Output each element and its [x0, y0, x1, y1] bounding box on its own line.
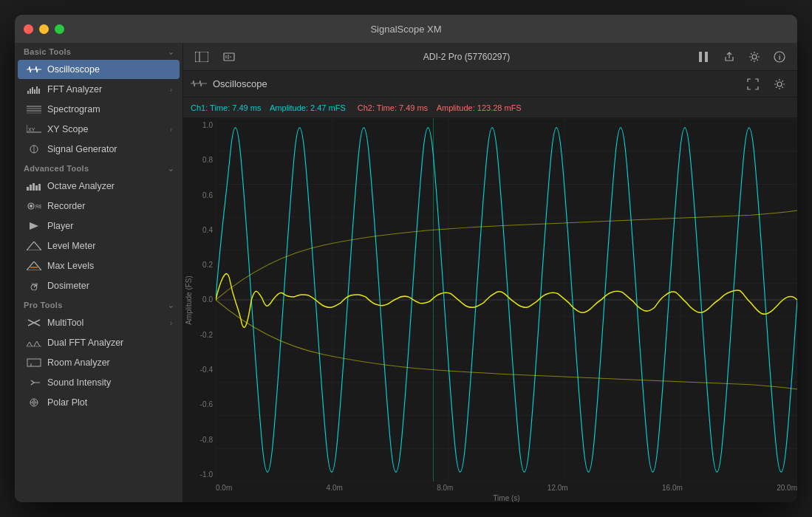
xy-scope-icon: XY — [27, 123, 41, 135]
y-tick-8: -0.4 — [200, 366, 213, 374]
close-button[interactable] — [24, 24, 33, 34]
polar-plot-icon — [27, 397, 41, 408]
device-name: ADI-2 Pro (57760297) — [245, 52, 688, 62]
pro-tools-header[interactable]: Pro Tools ⌄ — [15, 296, 182, 312]
svg-rect-2 — [32, 87, 33, 94]
sidebar-item-multitool[interactable]: MultiTool › — [18, 313, 180, 332]
oscilloscope-icon — [27, 64, 41, 75]
multitool-chevron-icon: › — [170, 319, 172, 327]
svg-rect-3 — [34, 89, 35, 94]
signal-generator-label: Signal Generator — [47, 144, 117, 154]
svg-rect-17 — [33, 183, 35, 191]
main-content: Basic Tools ⌄ Oscilloscope FFT Analyzer … — [15, 43, 797, 502]
sidebar-item-max-levels[interactable]: Max Levels — [18, 256, 180, 275]
y-tick-5: 0.2 — [202, 261, 213, 269]
chart-area[interactable]: Amplitude (FS) 1.0 0.8 0.6 0.4 0.2 0.0 -… — [183, 118, 797, 502]
sidebar: Basic Tools ⌄ Oscilloscope FFT Analyzer … — [15, 43, 183, 502]
scope-header-right — [743, 75, 790, 93]
fft-analyzer-label: FFT Analyzer — [47, 84, 102, 95]
ch2-label: Ch2: — [358, 103, 375, 112]
y-tick-10: -0.8 — [200, 436, 213, 444]
x-axis-label: Time (s) — [216, 494, 797, 502]
svg-rect-18 — [35, 185, 38, 191]
advanced-tools-header[interactable]: Advanced Tools ⌄ — [15, 160, 182, 176]
sidebar-item-polar-plot[interactable]: Polar Plot — [18, 393, 180, 412]
multitool-label: MultiTool — [47, 318, 83, 328]
scope-expand-button[interactable] — [743, 75, 763, 93]
ch1-label: Ch1: — [191, 103, 208, 112]
svg-rect-40 — [195, 52, 208, 62]
y-tick-3: 0.6 — [202, 191, 213, 199]
sidebar-item-dual-fft[interactable]: Dual FFT Analyzer — [18, 333, 180, 352]
y-axis-label-container: Amplitude (FS) — [183, 118, 194, 482]
x-tick-5: 20.0m — [777, 484, 797, 492]
sidebar-item-player[interactable]: Player — [18, 216, 180, 236]
plot-area — [216, 118, 797, 482]
measurements-bar: Ch1: Time: 7.49 ms Amplitude: 2.47 mFS C… — [183, 97, 797, 118]
share-button[interactable] — [719, 48, 740, 66]
y-tick-6: 0.0 — [202, 295, 213, 304]
sidebar-item-sound-intensity[interactable]: Sound Intensity — [18, 373, 180, 392]
sidebar-item-signal-generator[interactable]: Signal Generator — [18, 140, 180, 159]
fft-chevron-icon: › — [170, 86, 172, 94]
svg-rect-0 — [27, 91, 29, 94]
app-window: SignalScope XM Basic Tools ⌄ Oscilloscop… — [15, 15, 797, 502]
maximize-button[interactable] — [55, 24, 64, 34]
polar-plot-label: Polar Plot — [47, 397, 87, 408]
svg-marker-23 — [30, 222, 38, 230]
x-tick-1: 4.0m — [327, 484, 343, 492]
waveform-svg — [216, 118, 797, 482]
basic-tools-header[interactable]: Basic Tools ⌄ — [15, 43, 182, 59]
svg-text:i: i — [779, 54, 781, 61]
device-icon-button[interactable] — [219, 48, 239, 66]
sidebar-item-fft-analyzer[interactable]: FFT Analyzer › — [18, 80, 180, 99]
minimize-button[interactable] — [39, 24, 49, 34]
traffic-lights — [24, 24, 64, 34]
svg-rect-19 — [38, 184, 41, 191]
svg-rect-42 — [224, 53, 234, 61]
recorder-icon: REC — [27, 200, 41, 212]
titlebar-title: SignalScope XM — [370, 24, 441, 35]
x-tick-3: 12.0m — [547, 484, 568, 492]
sidebar-item-room-analyzer[interactable]: Room Analyzer — [18, 353, 180, 372]
sidebar-item-recorder[interactable]: REC Recorder — [18, 196, 180, 216]
info-button[interactable]: i — [769, 48, 790, 66]
y-axis: 1.0 0.8 0.6 0.4 0.2 0.0 -0.2 -0.4 -0.6 -… — [194, 118, 216, 482]
x-tick-0: 0.0m — [216, 484, 232, 492]
dosimeter-label: Dosimeter — [47, 281, 89, 291]
settings-button[interactable] — [744, 48, 765, 66]
basic-tools-label: Basic Tools — [24, 47, 71, 56]
recorder-label: Recorder — [47, 201, 85, 211]
toolbar: ADI-2 Pro (57760297) i — [183, 43, 797, 71]
sidebar-item-oscilloscope[interactable]: Oscilloscope — [18, 60, 180, 79]
y-tick-11: -1.0 — [200, 470, 213, 479]
titlebar: SignalScope XM — [15, 15, 797, 43]
spectrogram-label: Spectrogram — [47, 104, 100, 114]
scope-settings-button[interactable] — [769, 75, 790, 93]
sidebar-item-dosimeter[interactable]: %D Dosimeter — [18, 276, 180, 295]
x-axis: 0.0m 4.0m 8.0m 12.0m 16.0m 20.0m Time (s… — [216, 482, 797, 502]
oscilloscope-label: Oscilloscope — [47, 64, 100, 75]
octave-analyzer-label: Octave Analyzer — [47, 181, 115, 191]
fft-icon — [27, 83, 41, 95]
level-meter-icon — [27, 240, 41, 252]
pause-button[interactable] — [694, 48, 713, 66]
svg-rect-47 — [705, 52, 708, 62]
sidebar-item-level-meter[interactable]: Level Meter — [18, 236, 180, 256]
ch1-measurements: Ch1: Time: 7.49 ms Amplitude: 2.47 mFS — [191, 103, 346, 112]
toolbar-right: i — [719, 48, 790, 66]
advanced-tools-chevron: ⌄ — [168, 165, 174, 173]
y-tick-7: -0.2 — [200, 331, 213, 339]
sidebar-item-spectrogram[interactable]: Spectrogram — [18, 100, 180, 119]
svg-rect-33 — [27, 359, 41, 366]
sidebar-toggle-button[interactable] — [191, 49, 213, 65]
y-tick-1: 1.0 — [202, 121, 213, 129]
dosimeter-icon: %D — [27, 280, 41, 292]
y-axis-label: Amplitude (FS) — [185, 275, 193, 325]
sidebar-item-octave-analyzer[interactable]: Octave Analyzer — [18, 177, 180, 196]
ch1-amplitude: Amplitude: 2.47 mFS — [270, 103, 346, 112]
player-label: Player — [47, 221, 73, 231]
sidebar-item-xy-scope[interactable]: XY XY Scope › — [18, 120, 180, 139]
y-tick-4: 0.4 — [202, 226, 213, 234]
ch1-time: Time: 7.49 ms — [210, 103, 261, 112]
